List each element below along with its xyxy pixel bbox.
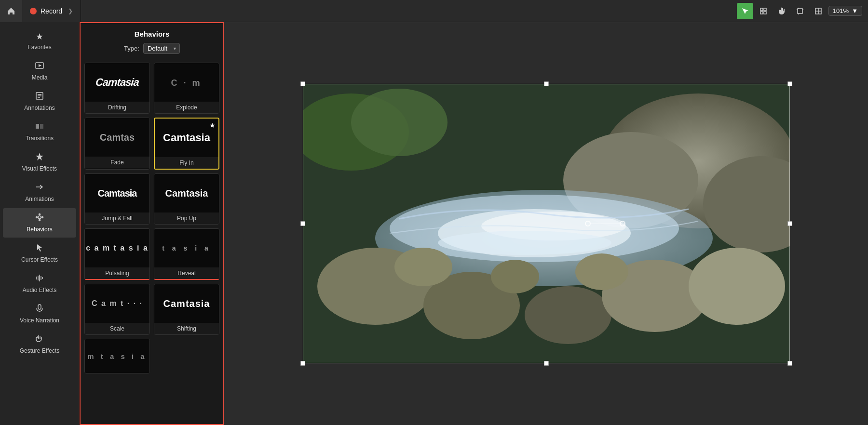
handle-bottom-right[interactable] <box>787 361 792 366</box>
handle-middle-right[interactable] <box>787 221 792 226</box>
svg-rect-0 <box>760 8 763 11</box>
handle-top-right[interactable] <box>787 81 792 86</box>
behavior-scale[interactable]: C a m t · · · Scale <box>84 284 150 335</box>
behavior-type-text: m t a s i a <box>87 352 147 360</box>
handle-bottom-center[interactable] <box>544 361 549 366</box>
behavior-drifting[interactable]: Camtasia Drifting <box>84 63 150 114</box>
motion-path-start <box>585 221 591 226</box>
behavior-type-preview: m t a s i a <box>85 339 149 373</box>
svg-point-21 <box>38 216 41 219</box>
behavior-drifting-label: Drifting <box>85 102 149 113</box>
behavior-fade[interactable]: Camtas Fade <box>84 118 150 170</box>
svg-point-40 <box>575 253 628 290</box>
behavior-fly-in-label: Fly In <box>155 157 218 169</box>
select-tool-button[interactable] <box>737 3 753 19</box>
canvas-area <box>224 22 868 425</box>
annotations-icon <box>35 92 44 103</box>
canvas-content <box>303 84 790 363</box>
svg-point-37 <box>689 248 785 325</box>
top-bar: Record ❯ <box>0 0 868 22</box>
media-icon <box>35 61 44 72</box>
svg-point-45 <box>438 231 611 255</box>
behaviors-panel: Behaviors Type: Default In Out In/Out Ca… <box>80 22 224 425</box>
canvas-image-svg <box>303 84 790 363</box>
record-tab[interactable]: Record ❯ <box>22 0 81 22</box>
gesture-effects-icon <box>35 334 44 345</box>
behavior-fade-text: Camtas <box>100 132 135 143</box>
panel-header: Behaviors Type: Default In Out In/Out <box>81 23 223 59</box>
behavior-fade-label: Fade <box>85 157 149 168</box>
behavior-pop-up-label: Pop Up <box>154 212 219 224</box>
behavior-explode-label: Explode <box>154 102 219 113</box>
behavior-reveal[interactable]: t a s i a Reveal <box>154 228 219 280</box>
behavior-type[interactable]: m t a s i a <box>84 339 150 373</box>
sidebar-item-visual-effects[interactable]: Visual Effects <box>3 147 76 177</box>
toolbar-right: 101% ▼ <box>737 3 868 19</box>
sidebar-item-label: Media <box>32 74 48 81</box>
type-label: Type: <box>124 45 139 52</box>
behavior-drifting-text: Camtasia <box>95 76 139 89</box>
svg-point-23 <box>42 217 43 218</box>
behavior-jump-fall-preview: Camtasia <box>85 174 149 212</box>
sidebar-item-label: Gesture Effects <box>20 347 59 354</box>
sidebar-item-label: Cursor Effects <box>21 256 58 263</box>
sidebar-item-media[interactable]: Media <box>3 56 76 86</box>
sidebar-item-behaviors[interactable]: Behaviors <box>3 208 76 238</box>
behavior-reveal-label: Reveal <box>154 267 219 279</box>
behavior-explode[interactable]: C · m Explode <box>154 63 219 114</box>
snip-tool-button[interactable] <box>810 3 827 19</box>
behavior-jump-fall[interactable]: Camtasia Jump & Fall <box>84 173 150 225</box>
behavior-pulsating-text: c a m t a s i a <box>86 244 149 252</box>
behavior-drifting-preview: Camtasia <box>85 63 149 102</box>
svg-rect-2 <box>760 12 763 14</box>
behavior-shifting[interactable]: Camtasia Shifting <box>154 284 219 335</box>
panel-title: Behaviors <box>86 30 217 38</box>
sidebar-item-label: Favorites <box>27 44 51 51</box>
behavior-jump-fall-label: Jump & Fall <box>85 212 149 224</box>
transitions-icon <box>35 122 44 133</box>
zoom-selector[interactable]: 101% ▼ <box>828 6 862 16</box>
svg-rect-19 <box>40 124 43 129</box>
sidebar-item-animations[interactable]: Animations <box>3 178 76 207</box>
type-row: Type: Default In Out In/Out <box>86 43 217 54</box>
favorites-icon: ★ <box>36 31 43 42</box>
svg-rect-26 <box>38 305 41 309</box>
sidebar-item-audio-effects[interactable]: Audio Effects <box>3 269 76 298</box>
sidebar-item-cursor-effects[interactable]: Cursor Effects <box>3 239 76 268</box>
handle-top-center[interactable] <box>544 81 549 86</box>
sidebar-item-label: Voice Narration <box>20 317 59 324</box>
home-button[interactable] <box>0 0 22 22</box>
sidebar-item-transitions[interactable]: Transitions <box>3 117 76 146</box>
sidebar-item-favorites[interactable]: ★ Favorites <box>3 27 76 55</box>
behavior-pop-up[interactable]: Camtasia Pop Up <box>154 173 219 225</box>
sidebar-item-label: Transitions <box>26 135 54 142</box>
main-content: ★ Favorites Media Annotations <box>0 22 868 425</box>
behaviors-icon <box>35 213 44 224</box>
record-indicator <box>30 8 37 14</box>
svg-point-39 <box>491 260 539 293</box>
behavior-pulsating-preview: c a m t a s i a <box>85 229 149 267</box>
sidebar-item-voice-narration[interactable]: Voice Narration <box>3 299 76 329</box>
handle-top-left[interactable] <box>300 81 305 86</box>
behavior-reveal-text: t a s i a <box>162 244 211 252</box>
behavior-pulsating[interactable]: c a m t a s i a Pulsating <box>84 228 150 280</box>
handle-middle-left[interactable] <box>300 221 305 226</box>
type-select[interactable]: Default In Out In/Out <box>143 43 180 54</box>
multi-select-button[interactable] <box>755 3 772 19</box>
sidebar-item-annotations[interactable]: Annotations <box>3 87 76 116</box>
svg-rect-18 <box>36 124 39 129</box>
hand-tool-button[interactable] <box>773 3 790 19</box>
zoom-chevron-icon: ▼ <box>852 7 858 14</box>
visual-effects-icon <box>35 152 44 163</box>
handle-bottom-left[interactable] <box>300 361 305 366</box>
behavior-fly-in[interactable]: Camtasia ★ Fly In <box>154 118 219 170</box>
behavior-shifting-text: Camtasia <box>163 298 210 309</box>
sidebar-item-gesture-effects[interactable]: Gesture Effects <box>3 330 76 359</box>
record-label: Record <box>41 7 62 15</box>
svg-rect-1 <box>764 8 766 11</box>
behavior-scale-text: C a m t · · · <box>92 299 143 308</box>
voice-narration-icon <box>35 304 44 315</box>
crop-tool-button[interactable] <box>792 3 808 19</box>
behavior-scale-label: Scale <box>85 323 149 334</box>
motion-path <box>585 221 625 226</box>
